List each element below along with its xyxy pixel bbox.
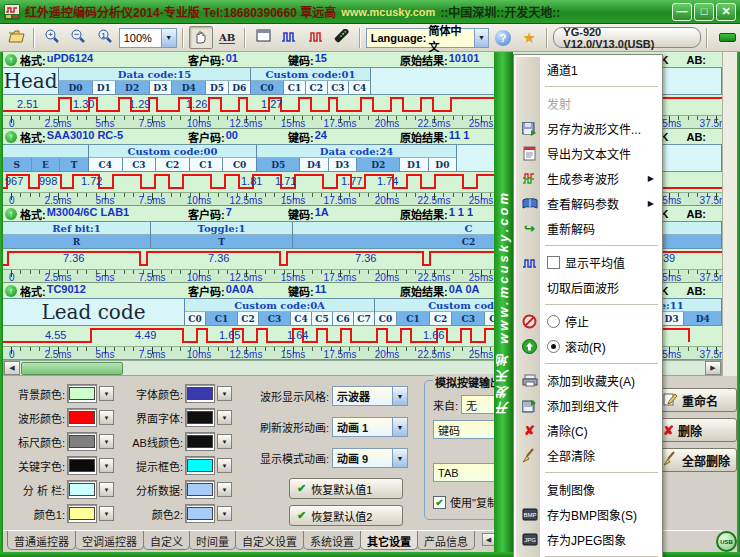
color-field[interactable] — [67, 432, 97, 451]
menu-radio[interactable] — [547, 315, 560, 328]
tab-其它设置[interactable]: 其它设置 — [360, 531, 418, 550]
combo-select[interactable]: 动画 9▼ — [332, 448, 408, 468]
color-field[interactable] — [67, 408, 97, 427]
menu-radio[interactable] — [547, 340, 560, 353]
tab-自定义设置[interactable]: 自定义设置 — [235, 531, 304, 550]
chevron-down-icon[interactable]: ▼ — [99, 386, 114, 401]
color-field[interactable] — [67, 480, 97, 499]
maximize-button[interactable]: □ — [694, 3, 714, 21]
color-field[interactable] — [67, 456, 97, 475]
chevron-down-icon[interactable]: ▼ — [392, 418, 407, 436]
chevron-down-icon[interactable]: ▼ — [392, 449, 407, 467]
chevron-down-icon[interactable]: ▼ — [161, 29, 176, 47]
close-button[interactable]: ✕ — [716, 3, 736, 21]
favorite-star-button[interactable]: ★ — [517, 26, 541, 49]
menu-item[interactable]: 全部清除 — [516, 443, 660, 468]
chevron-down-icon[interactable]: ▼ — [99, 482, 114, 497]
color-field[interactable] — [185, 480, 215, 499]
chevron-down-icon[interactable]: ▼ — [392, 387, 407, 405]
chevron-down-icon[interactable]: ▼ — [217, 458, 232, 473]
color-field[interactable] — [185, 408, 215, 427]
color-field[interactable] — [67, 384, 97, 403]
chevron-down-icon[interactable]: ▼ — [99, 458, 114, 473]
chevron-down-icon[interactable]: ▼ — [474, 29, 488, 47]
menu-item[interactable]: 停止 — [516, 309, 660, 334]
raw-result-value: 0A 0A — [449, 283, 480, 299]
scrollbar-thumb[interactable] — [21, 362, 123, 375]
menu-checkbox[interactable] — [547, 256, 560, 269]
combo-select[interactable]: 示波器▼ — [332, 386, 408, 406]
expand-up-icon[interactable]: ↑ — [5, 285, 17, 297]
delete-all-button[interactable]: 全部删除 — [656, 448, 737, 472]
color-swatch — [69, 483, 95, 496]
tab-空调遥控器[interactable]: 空调遥控器 — [75, 531, 144, 550]
chevron-down-icon[interactable]: ▼ — [217, 386, 232, 401]
scroll-left-button[interactable]: ◀ — [4, 361, 20, 375]
menu-item[interactable]: JPG存为JPEG图象 — [516, 527, 660, 552]
menu-item[interactable]: ↪重新解码 — [516, 216, 660, 241]
ab-icon: AB — [219, 32, 235, 44]
tab-普通遥控器[interactable]: 普通遥控器 — [7, 531, 76, 550]
zoom-reset-button[interactable]: 1 — [93, 26, 117, 49]
menu-item[interactable]: 生成参考波形▶ — [516, 166, 660, 191]
tab-系统设置[interactable]: 系统设置 — [303, 531, 361, 550]
remote-control-button[interactable] — [330, 26, 354, 49]
wave-style-red-button[interactable] — [303, 26, 327, 49]
rename-button[interactable]: 重命名 — [656, 388, 737, 412]
chevron-down-icon[interactable]: ▼ — [217, 410, 232, 425]
expand-up-icon[interactable]: ↑ — [5, 208, 17, 220]
menu-item[interactable]: ✘清除(C) — [516, 418, 660, 443]
chevron-down-icon[interactable]: ▼ — [217, 434, 232, 449]
menu-item[interactable]: 滚动(R) — [516, 334, 660, 359]
zoom-out-button[interactable]: − — [66, 26, 90, 49]
color-field[interactable] — [67, 504, 97, 523]
customer-code-label: 客户码: — [188, 129, 225, 145]
color-field[interactable] — [185, 504, 215, 523]
menu-item[interactable]: 另存为波形文件... — [516, 116, 660, 141]
delete-button[interactable]: ✘删除 — [656, 418, 737, 442]
menu-item[interactable]: 显示平均值 — [516, 250, 660, 275]
open-file-button[interactable] — [4, 26, 28, 49]
chevron-down-icon[interactable]: ▼ — [99, 410, 114, 425]
color-field[interactable] — [185, 456, 215, 475]
device-version-button[interactable]: YG-920 V12.0/V13.0(USB) — [553, 27, 700, 48]
menu-item[interactable]: 复制图像 — [516, 477, 660, 502]
svg-text:−: − — [74, 29, 79, 39]
menu-item[interactable]: 发射 — [516, 91, 660, 116]
wave-style-blue-button[interactable] — [277, 26, 301, 49]
menu-item[interactable]: BMP存为BMP图象(S) — [516, 502, 660, 527]
hand-tool-button[interactable] — [189, 26, 213, 49]
menu-item[interactable]: 查看解码参数▶ — [516, 191, 660, 216]
menu-item[interactable]: 添加到组文件 — [516, 393, 660, 418]
color-field[interactable] — [185, 432, 215, 451]
expand-up-icon[interactable]: ↑ — [5, 131, 17, 143]
ab-measure-button[interactable]: AB — [215, 26, 239, 49]
minimize-button[interactable]: — — [672, 3, 692, 21]
tab-产品信息[interactable]: 产品信息 — [417, 531, 475, 550]
restore-default-button-1[interactable]: ✔恢复默认值1 — [289, 478, 403, 499]
menu-item[interactable]: 导出为文本文件 — [516, 141, 660, 166]
combo-select[interactable]: 动画 1▼ — [332, 417, 408, 437]
expand-up-icon[interactable]: ↑ — [5, 54, 17, 66]
menu-item[interactable]: 添加到收藏夹(A) — [516, 368, 660, 393]
scroll-right-button[interactable]: ▶ — [705, 361, 721, 375]
help-button[interactable]: ? — [491, 26, 515, 49]
restore-default-button-2[interactable]: ✔恢复默认值2 — [289, 505, 403, 526]
zoom-in-button[interactable]: + — [40, 26, 64, 49]
chevron-down-icon[interactable]: ▼ — [99, 434, 114, 449]
chevron-down-icon[interactable]: ▼ — [217, 506, 232, 521]
color-field[interactable] — [185, 384, 215, 403]
chevron-down-icon[interactable]: ▼ — [99, 506, 114, 521]
zoom-level-combo[interactable]: 100%▼ — [119, 28, 177, 48]
tab-时间量[interactable]: 时间量 — [189, 531, 236, 550]
jpeg-icon: JPG — [520, 532, 539, 548]
menu-item[interactable]: 切取后面波形 — [516, 275, 660, 300]
tab-自定义[interactable]: 自定义 — [143, 531, 190, 550]
language-combo[interactable]: Language:简体中文▼ — [366, 28, 489, 48]
time-tick-label: 0 — [9, 118, 15, 128]
menu-item[interactable]: 通道1 — [516, 57, 660, 82]
time-tick-label: 20ms — [375, 118, 399, 128]
window-view-button[interactable] — [251, 26, 275, 49]
chevron-down-icon[interactable]: ▼ — [217, 482, 232, 497]
redecode-icon: ↪ — [520, 221, 539, 237]
